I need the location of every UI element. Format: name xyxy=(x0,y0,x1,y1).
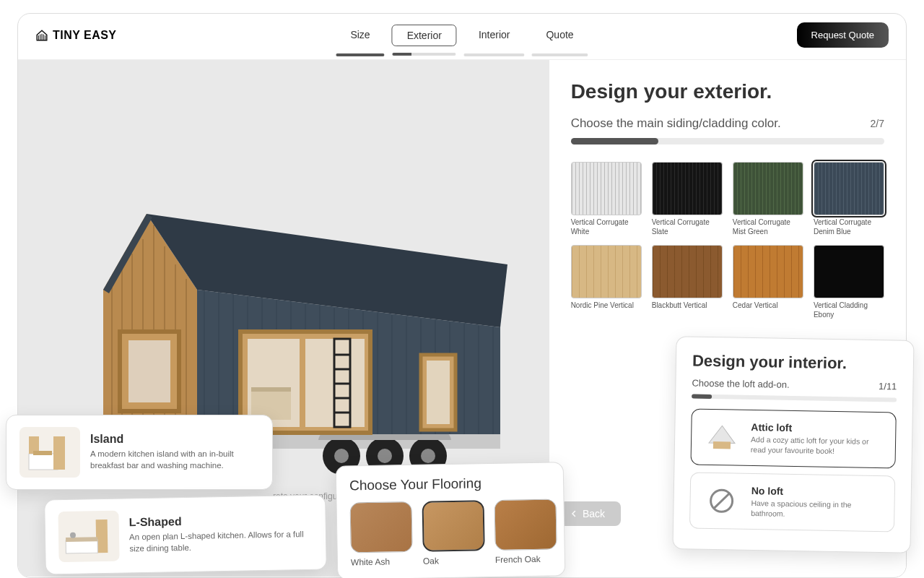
svg-rect-60 xyxy=(33,451,52,455)
floor-white-ash[interactable]: White Ash xyxy=(350,501,414,567)
tab-interior[interactable]: Interior xyxy=(464,25,525,46)
logo: TINY EASY xyxy=(35,29,117,42)
svg-point-4 xyxy=(334,449,349,463)
lshape-desc: An open plan L-shaped kitchen. Allows fo… xyxy=(129,529,313,554)
panel-subtitle: Choose the main siding/cladding color. xyxy=(571,116,781,131)
attic-title: Attic loft xyxy=(751,421,884,435)
loft-option-none[interactable]: No loft Have a spacious ceiling in the b… xyxy=(689,473,895,532)
no-icon xyxy=(707,486,736,516)
attic-desc: Add a cozy attic loft for your kids or r… xyxy=(751,435,884,457)
loft-option-attic[interactable]: Attic loft Add a cozy attic loft for you… xyxy=(690,409,896,469)
logo-text: TINY EASY xyxy=(53,29,117,42)
svg-rect-63 xyxy=(66,537,97,542)
swatch-cedar[interactable]: Cedar Vertical xyxy=(733,245,803,319)
svg-rect-19 xyxy=(128,340,170,402)
swatch-corrugate-denim[interactable]: Vertical Corrugate Denim Blue xyxy=(814,162,884,236)
svg-point-6 xyxy=(378,449,392,463)
header: TINY EASY Size Exterior Interior Quote R… xyxy=(18,14,906,60)
swatch-ebony[interactable]: Vertical Cladding Ebony xyxy=(814,245,884,319)
kitchen-option-lshaped[interactable]: L-Shaped An open plan L-shaped kitchen. … xyxy=(44,495,327,575)
swatch-corrugate-green[interactable]: Vertical Corrugate Mist Green xyxy=(733,162,803,236)
interior-progress xyxy=(692,394,897,402)
svg-marker-65 xyxy=(709,426,735,444)
back-button[interactable]: Back xyxy=(559,501,621,526)
swatch-corrugate-white[interactable]: Vertical Corrugate White xyxy=(571,162,642,236)
svg-rect-58 xyxy=(53,436,65,470)
svg-point-8 xyxy=(421,449,435,463)
tab-size[interactable]: Size xyxy=(336,25,384,46)
tab-exterior[interactable]: Exterior xyxy=(392,25,457,46)
floor-french-oak[interactable]: French Oak xyxy=(494,499,558,564)
lshape-title: L-Shaped xyxy=(129,513,313,529)
progress-fill xyxy=(571,138,659,144)
attic-thumb xyxy=(703,420,741,455)
svg-point-64 xyxy=(70,532,76,538)
floor-oak[interactable]: Oak xyxy=(422,500,486,566)
house-icon xyxy=(35,29,48,42)
interior-subtitle: Choose the loft add-on. xyxy=(692,378,789,390)
interior-step: 1/11 xyxy=(879,381,897,392)
svg-rect-66 xyxy=(713,441,731,449)
island-title: Island xyxy=(90,433,259,446)
lshape-thumb xyxy=(58,511,119,562)
step-counter: 2/7 xyxy=(871,118,884,129)
kitchen-option-island[interactable]: Island A modern kitchen island with an i… xyxy=(6,415,273,490)
flooring-card: Choose Your Flooring White Ash Oak Frenc… xyxy=(336,462,566,578)
svg-rect-48 xyxy=(251,387,291,392)
noloft-thumb xyxy=(702,483,741,519)
svg-rect-56 xyxy=(427,361,450,424)
interior-title: Design your interior. xyxy=(692,352,897,374)
island-desc: A modern kitchen island with an in-built… xyxy=(90,449,259,471)
swatch-corrugate-slate[interactable]: Vertical Corrugate Slate xyxy=(652,162,723,236)
swatch-grid: Vertical Corrugate White Vertical Corrug… xyxy=(571,162,884,319)
tab-quote[interactable]: Quote xyxy=(531,25,588,46)
nav-tabs: Size Exterior Interior Quote xyxy=(336,25,588,46)
request-quote-button[interactable]: Request Quote xyxy=(797,22,889,48)
interior-card: Design your interior. Choose the loft ad… xyxy=(672,336,914,553)
flooring-title: Choose Your Flooring xyxy=(349,475,550,494)
swatch-blackbutt[interactable]: Blackbutt Vertical xyxy=(652,245,723,319)
island-thumb xyxy=(19,427,80,478)
noloft-title: No loft xyxy=(751,485,883,499)
progress-bar xyxy=(571,138,884,144)
chevron-left-icon xyxy=(570,509,578,518)
svg-line-68 xyxy=(713,493,729,509)
swatch-nordic-pine[interactable]: Nordic Pine Vertical xyxy=(571,245,642,319)
noloft-desc: Have a spacious ceiling in the bathroom. xyxy=(751,499,883,520)
svg-rect-62 xyxy=(66,540,97,553)
panel-title: Design your exterior. xyxy=(571,80,884,103)
